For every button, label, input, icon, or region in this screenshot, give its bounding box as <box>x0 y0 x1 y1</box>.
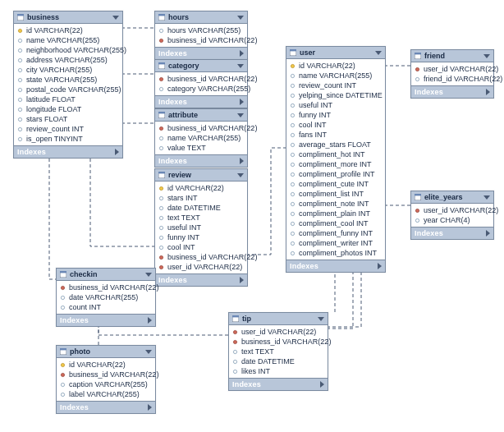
entity-header[interactable]: photo <box>57 346 155 358</box>
column-row[interactable]: compliment_writer INT <box>286 238 385 248</box>
indexes-section[interactable]: Indexes <box>229 378 328 390</box>
column-row[interactable]: city VARCHAR(255) <box>14 65 122 75</box>
column-row[interactable]: business_id VARCHAR(22) <box>155 74 247 84</box>
column-row[interactable]: id VARCHAR(22) <box>155 183 247 193</box>
column-row[interactable]: business_id VARCHAR(22) <box>155 123 247 133</box>
column-row[interactable]: is_open TINYINT <box>14 134 122 144</box>
indexes-section[interactable]: Indexes <box>155 154 247 167</box>
column-row[interactable]: text TEXT <box>155 213 247 223</box>
column-row[interactable]: yelping_since DATETIME <box>286 90 385 100</box>
collapse-icon[interactable] <box>237 173 244 177</box>
column-row[interactable]: value TEXT <box>155 143 247 153</box>
collapse-icon[interactable] <box>483 195 490 200</box>
indexes-section[interactable]: Indexes <box>155 47 247 59</box>
column-row[interactable]: name VARCHAR(255) <box>155 133 247 143</box>
entity-business[interactable]: businessid VARCHAR(22)name VARCHAR(255)n… <box>13 11 123 159</box>
column-row[interactable]: useful INT <box>286 100 385 110</box>
column-row[interactable]: compliment_funny INT <box>286 228 385 238</box>
column-row[interactable]: compliment_hot INT <box>286 149 385 159</box>
column-row[interactable]: state VARCHAR(255) <box>14 75 122 85</box>
entity-header[interactable]: review <box>155 169 247 182</box>
column-row[interactable]: name VARCHAR(255) <box>14 35 122 45</box>
column-row[interactable]: compliment_note INT <box>286 199 385 209</box>
entity-category[interactable]: categorybusiness_id VARCHAR(22)category … <box>154 59 248 108</box>
column-row[interactable]: compliment_cute INT <box>286 179 385 189</box>
entity-photo[interactable]: photoid VARCHAR(22)business_id VARCHAR(2… <box>56 345 156 414</box>
collapse-icon[interactable] <box>237 16 244 20</box>
column-row[interactable]: friend_id VARCHAR(22) <box>411 74 493 84</box>
entity-user[interactable]: userid VARCHAR(22)name VARCHAR(255)revie… <box>286 46 386 273</box>
column-row[interactable]: business_id VARCHAR(22) <box>155 35 247 45</box>
column-row[interactable]: cool INT <box>155 242 247 252</box>
column-row[interactable]: compliment_more INT <box>286 159 385 169</box>
entity-checkin[interactable]: checkinbusiness_id VARCHAR(22)date VARCH… <box>56 268 156 327</box>
collapse-icon[interactable] <box>145 273 152 277</box>
entity-header[interactable]: tip <box>229 313 328 325</box>
column-row[interactable]: user_id VARCHAR(22) <box>411 64 493 74</box>
entity-friend[interactable]: frienduser_id VARCHAR(22)friend_id VARCH… <box>410 49 494 99</box>
column-row[interactable]: hours VARCHAR(255) <box>155 25 247 35</box>
entity-header[interactable]: attribute <box>155 109 247 122</box>
entity-review[interactable]: reviewid VARCHAR(22)stars INTdate DATETI… <box>154 168 248 287</box>
entity-header[interactable]: business <box>14 11 122 24</box>
entity-header[interactable]: friend <box>411 50 493 62</box>
collapse-icon[interactable] <box>375 51 382 55</box>
column-row[interactable]: label VARCHAR(255) <box>57 389 155 399</box>
column-row[interactable]: funny INT <box>155 232 247 242</box>
column-row[interactable]: year CHAR(4) <box>411 215 493 225</box>
column-row[interactable]: postal_code VARCHAR(255) <box>14 85 122 94</box>
column-row[interactable]: compliment_plain INT <box>286 209 385 218</box>
expand-icon[interactable] <box>240 158 244 164</box>
column-row[interactable]: cool INT <box>286 120 385 130</box>
column-row[interactable]: compliment_cool INT <box>286 218 385 228</box>
column-row[interactable]: average_stars FLOAT <box>286 140 385 149</box>
column-row[interactable]: compliment_profile INT <box>286 169 385 179</box>
entity-header[interactable]: hours <box>155 11 247 24</box>
indexes-section[interactable]: Indexes <box>411 227 493 239</box>
expand-icon[interactable] <box>378 263 382 269</box>
collapse-icon[interactable] <box>318 317 324 321</box>
entity-header[interactable]: user <box>286 47 385 59</box>
column-row[interactable]: funny INT <box>286 110 385 120</box>
column-row[interactable]: user_id VARCHAR(22) <box>229 327 328 337</box>
column-row[interactable]: business_id VARCHAR(22) <box>155 252 247 262</box>
column-row[interactable]: useful INT <box>155 223 247 232</box>
entity-header[interactable]: checkin <box>57 269 155 281</box>
column-row[interactable]: stars FLOAT <box>14 114 122 124</box>
column-row[interactable]: caption VARCHAR(255) <box>57 379 155 389</box>
column-row[interactable]: fans INT <box>286 130 385 140</box>
indexes-section[interactable]: Indexes <box>57 314 155 326</box>
entity-header[interactable]: category <box>155 60 247 72</box>
column-row[interactable]: date DATETIME <box>155 203 247 213</box>
collapse-icon[interactable] <box>237 113 244 117</box>
expand-icon[interactable] <box>115 149 119 155</box>
expand-icon[interactable] <box>486 230 490 237</box>
column-row[interactable]: text TEXT <box>229 347 328 356</box>
column-row[interactable]: date VARCHAR(255) <box>57 292 155 302</box>
expand-icon[interactable] <box>486 89 490 95</box>
column-row[interactable]: address VARCHAR(255) <box>14 55 122 65</box>
column-row[interactable]: business_id VARCHAR(22) <box>57 283 155 292</box>
column-row[interactable]: category VARCHAR(255) <box>155 84 247 94</box>
expand-icon[interactable] <box>148 404 152 411</box>
column-row[interactable]: count INT <box>57 302 155 312</box>
column-row[interactable]: user_id VARCHAR(22) <box>155 262 247 272</box>
indexes-section[interactable]: Indexes <box>155 273 247 286</box>
expand-icon[interactable] <box>148 317 152 324</box>
column-row[interactable]: latitude FLOAT <box>14 94 122 104</box>
collapse-icon[interactable] <box>237 64 244 68</box>
entity-hours[interactable]: hourshours VARCHAR(255)business_id VARCH… <box>154 11 248 60</box>
column-row[interactable]: likes INT <box>229 366 328 376</box>
column-row[interactable]: compliment_photos INT <box>286 248 385 258</box>
column-row[interactable]: review_count INT <box>286 80 385 90</box>
collapse-icon[interactable] <box>145 350 152 354</box>
collapse-icon[interactable] <box>112 16 119 20</box>
indexes-section[interactable]: Indexes <box>286 260 385 272</box>
entity-attribute[interactable]: attributebusiness_id VARCHAR(22)name VAR… <box>154 108 248 168</box>
column-row[interactable]: id VARCHAR(22) <box>286 61 385 71</box>
column-row[interactable]: review_count INT <box>14 124 122 134</box>
column-row[interactable]: business_id VARCHAR(22) <box>229 337 328 347</box>
expand-icon[interactable] <box>240 50 244 57</box>
indexes-section[interactable]: Indexes <box>57 401 155 413</box>
column-row[interactable]: date DATETIME <box>229 356 328 366</box>
